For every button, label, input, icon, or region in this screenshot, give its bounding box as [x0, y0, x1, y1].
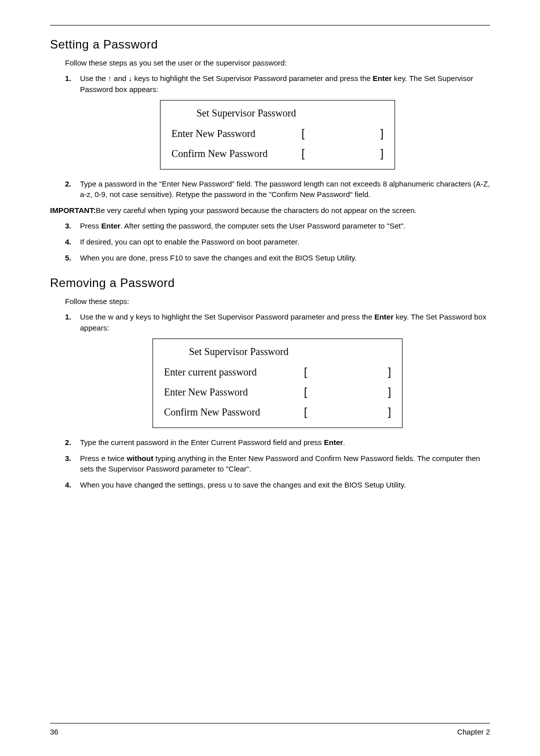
important-text: Be very careful when typing your passwor… — [96, 206, 416, 214]
enter-key-label: Enter — [102, 222, 120, 230]
list-number: 4. — [65, 236, 80, 248]
list-number: 4. — [65, 480, 80, 490]
text-fragment: to save the changes and exit the BIOS Se… — [232, 480, 406, 489]
text-fragment: . After setting the password, the comput… — [120, 222, 406, 230]
bracket-left: [ — [304, 386, 307, 398]
bracket-left: [ — [302, 127, 304, 140]
important-label: IMPORTANT: — [50, 206, 96, 214]
list-number: 5. — [65, 252, 80, 264]
heading-removing-password: Removing a Password — [50, 276, 490, 290]
bios-row-enter-new: Enter New Password [ ] — [172, 127, 384, 140]
enter-key-label: Enter — [372, 74, 392, 82]
bios-dialog-title: Set Supervisor Password — [164, 346, 391, 358]
bios-field-label: Enter New Password — [164, 386, 304, 398]
setting-step-4: 4. If desired, you can opt to enable the… — [65, 236, 490, 248]
list-number: 3. — [65, 453, 80, 475]
text-fragment: Press — [80, 222, 102, 230]
bracket-right: ] — [380, 147, 384, 160]
w-key: w — [108, 312, 114, 321]
important-note: IMPORTANT:Be very careful when typing yo… — [50, 206, 490, 214]
list-number: 3. — [65, 220, 80, 232]
list-number: 1. — [65, 73, 80, 95]
text-fragment: Use the — [80, 74, 108, 82]
text-fragment: Press — [80, 454, 102, 462]
bios-dialog-remove-password: Set Supervisor Password Enter current pa… — [152, 338, 402, 428]
bracket-left: [ — [304, 406, 307, 418]
removing-step-3: 3. Press e twice without typing anything… — [65, 453, 490, 475]
page-footer: 36 Chapter 2 — [50, 723, 490, 736]
bios-row-confirm-new: Confirm New Password [ ] — [172, 147, 384, 160]
removing-intro: Follow these steps: — [65, 297, 490, 306]
bios-field-label: Confirm New Password — [164, 406, 304, 418]
bios-dialog-title: Set Supervisor Password — [172, 108, 384, 119]
text-fragment: keys to highlight the Set Supervisor Pas… — [134, 312, 374, 321]
text-fragment: When you have changed the settings, pres… — [80, 480, 228, 489]
setting-step-5: 5. When you are done, press F10 to save … — [65, 252, 490, 264]
list-number: 2. — [65, 178, 80, 200]
without-label: without — [126, 454, 153, 462]
chapter-label: Chapter 2 — [457, 728, 490, 736]
step-text: Type a password in the "Enter New Passwo… — [80, 178, 490, 200]
e-key: e — [102, 454, 106, 462]
enter-key-label: Enter — [324, 438, 343, 446]
bios-row-confirm-new: Confirm New Password [ ] — [164, 406, 391, 418]
step-text: When you are done, press F10 to save the… — [80, 252, 490, 264]
bios-row-enter-current: Enter current password [ ] — [164, 366, 391, 378]
list-number: 2. — [65, 437, 80, 448]
enter-key-label: Enter — [374, 312, 394, 321]
bracket-left: [ — [302, 147, 304, 160]
text-fragment: and — [114, 312, 130, 321]
page-number: 36 — [50, 728, 58, 736]
step-text: If desired, you can opt to enable the Pa… — [80, 236, 490, 248]
top-rule — [50, 25, 490, 26]
heading-setting-password: Setting a Password — [50, 38, 490, 52]
setting-step-3: 3. Press Enter. After setting the passwo… — [65, 220, 490, 232]
setting-step-1: 1. Use the ↑ and ↓ keys to highlight the… — [65, 73, 490, 95]
bios-dialog-set-password: Set Supervisor Password Enter New Passwo… — [160, 100, 395, 170]
text-fragment: Type the current password in the Enter C… — [80, 438, 324, 446]
removing-step-1: 1. Use the w and y keys to highlight the… — [65, 312, 490, 334]
y-key: y — [130, 312, 134, 321]
bios-field-label: Enter current password — [164, 366, 304, 378]
removing-step-4: 4. When you have changed the settings, p… — [65, 480, 490, 490]
text-fragment: Use the — [80, 312, 108, 321]
bios-row-enter-new: Enter New Password [ ] — [164, 386, 391, 398]
text-fragment: keys to highlight the Set Supervisor Pas… — [132, 74, 372, 82]
removing-step-2: 2. Type the current password in the Ente… — [65, 437, 490, 448]
text-fragment: and — [112, 74, 128, 82]
bios-field-label: Confirm New Password — [172, 148, 302, 160]
footer-rule — [50, 723, 490, 724]
setting-intro: Follow these steps as you set the user o… — [65, 58, 490, 67]
text-fragment: . — [343, 438, 345, 446]
setting-step-2: 2. Type a password in the "Enter New Pas… — [65, 178, 490, 200]
bracket-right: ] — [380, 127, 384, 140]
bracket-right: ] — [388, 406, 391, 418]
text-fragment: twice — [106, 454, 127, 462]
bracket-left: [ — [304, 366, 307, 378]
bracket-right: ] — [388, 366, 391, 378]
list-number: 1. — [65, 312, 80, 334]
bracket-right: ] — [388, 386, 391, 398]
bios-field-label: Enter New Password — [172, 128, 302, 140]
